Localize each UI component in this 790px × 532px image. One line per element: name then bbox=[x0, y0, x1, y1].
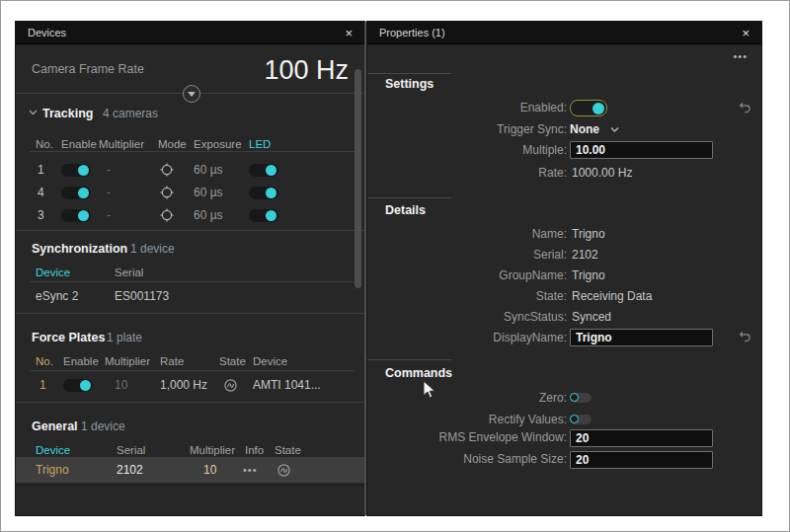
tracking-row[interactable]: 1 - 60 µs bbox=[16, 161, 364, 179]
cell-device: eSync 2 bbox=[36, 287, 78, 305]
multiple-label: Multiple: bbox=[522, 141, 567, 159]
rms-envelope-label: RMS Envelope Window: bbox=[439, 428, 567, 446]
detail-row: Serial: 2102 bbox=[367, 246, 761, 264]
tracking-section-header[interactable]: Tracking 4 cameras bbox=[16, 105, 364, 122]
enable-toggle[interactable] bbox=[61, 187, 91, 199]
noise-sample-label: Noise Sample Size: bbox=[463, 450, 567, 468]
noise-sample-input[interactable] bbox=[570, 451, 713, 469]
chevron-down-icon bbox=[188, 92, 196, 97]
synchronization-count: 1 device bbox=[130, 240, 175, 258]
tracking-count: 4 cameras bbox=[103, 105, 158, 122]
info-menu-icon[interactable]: ••• bbox=[243, 461, 258, 479]
detail-value: Trigno bbox=[572, 225, 605, 243]
col-state: State bbox=[219, 352, 246, 370]
enable-toggle[interactable] bbox=[61, 164, 91, 177]
enabled-label: Enabled: bbox=[520, 99, 567, 116]
detail-row: State: Receiving Data bbox=[367, 287, 761, 305]
tracking-row[interactable]: 4 - 60 µs bbox=[16, 184, 364, 201]
properties-close-icon[interactable]: × bbox=[742, 27, 750, 39]
sync-table-header: Device Serial bbox=[16, 264, 364, 281]
chevron-down-icon[interactable] bbox=[610, 126, 619, 133]
mode-crosshair-icon[interactable] bbox=[160, 186, 174, 199]
detail-value: Synced bbox=[572, 308, 611, 326]
cell-no: 4 bbox=[38, 184, 44, 201]
camera-frame-rate-value[interactable]: 100 Hz bbox=[264, 55, 349, 86]
divider bbox=[30, 370, 355, 371]
rms-envelope-input[interactable] bbox=[570, 429, 713, 447]
enable-toggle[interactable] bbox=[61, 209, 91, 222]
camera-frame-rate-label: Camera Frame Rate bbox=[32, 60, 144, 78]
force-plate-row[interactable]: 1 10 1,000 Hz AMTI 1041... bbox=[16, 376, 364, 394]
rate-value: 1000.00 Hz bbox=[572, 164, 632, 182]
mode-crosshair-icon[interactable] bbox=[160, 208, 174, 222]
state-wave-icon[interactable] bbox=[276, 463, 291, 478]
general-count: 1 device bbox=[81, 418, 125, 435]
rate-label: Rate: bbox=[538, 164, 567, 182]
zero-toggle[interactable] bbox=[570, 393, 592, 403]
enabled-toggle[interactable] bbox=[570, 100, 607, 116]
general-title: General bbox=[32, 418, 78, 435]
expand-frame-rate-button[interactable] bbox=[183, 85, 200, 103]
rectify-values-label: Rectify Values: bbox=[489, 411, 567, 428]
trigger-sync-label: Trigger Sync: bbox=[497, 120, 567, 138]
force-plates-section-header[interactable]: Force Plates 1 plate bbox=[16, 329, 364, 346]
led-toggle[interactable] bbox=[249, 187, 278, 199]
detail-label: GroupName: bbox=[499, 266, 567, 284]
overflow-menu-icon[interactable]: ••• bbox=[733, 47, 748, 65]
detail-value: 2102 bbox=[572, 246, 598, 264]
reset-icon[interactable] bbox=[739, 331, 751, 343]
display-name-row: DisplayName: bbox=[367, 329, 761, 346]
synchronization-section-header[interactable]: Synchronization 1 device bbox=[16, 240, 364, 258]
divider bbox=[16, 313, 364, 314]
rms-envelope-row: RMS Envelope Window: bbox=[367, 428, 761, 446]
detail-label: Name: bbox=[532, 225, 567, 243]
tracking-title: Tracking bbox=[42, 105, 93, 122]
general-section-header[interactable]: General 1 device bbox=[16, 418, 364, 435]
reset-icon[interactable] bbox=[739, 102, 751, 114]
mode-crosshair-icon[interactable] bbox=[160, 163, 174, 177]
cell-device: Trigno bbox=[36, 461, 69, 479]
properties-titlebar: Properties (1) × bbox=[367, 22, 761, 44]
col-serial: Serial bbox=[115, 264, 143, 281]
rectify-values-toggle[interactable] bbox=[570, 415, 592, 424]
settings-title: Settings bbox=[385, 75, 434, 93]
devices-scrollbar-thumb[interactable] bbox=[355, 69, 361, 288]
devices-close-icon[interactable]: × bbox=[345, 27, 353, 39]
enabled-row: Enabled: bbox=[367, 99, 761, 116]
detail-label: Serial: bbox=[533, 246, 567, 264]
force-plates-count: 1 plate bbox=[107, 329, 142, 346]
detail-label: State: bbox=[536, 287, 567, 305]
enable-toggle[interactable] bbox=[63, 379, 93, 392]
display-name-input[interactable] bbox=[570, 329, 713, 346]
trigger-sync-dropdown[interactable]: None bbox=[570, 120, 599, 138]
detail-row: SyncStatus: Synced bbox=[367, 308, 761, 326]
devices-panel-title: Devices bbox=[28, 27, 66, 38]
devices-titlebar: Devices × bbox=[16, 22, 364, 44]
cell-exposure: 60 µs bbox=[194, 184, 223, 201]
general-row-content: Trigno 2102 10 ••• bbox=[16, 461, 364, 479]
cell-multiplier: 10 bbox=[203, 461, 216, 479]
led-toggle[interactable] bbox=[249, 164, 278, 177]
synchronization-title: Synchronization bbox=[32, 240, 127, 258]
collapse-chevron-icon[interactable] bbox=[29, 108, 38, 116]
multiple-input[interactable] bbox=[570, 141, 713, 159]
noise-sample-row: Noise Sample Size: bbox=[367, 450, 761, 468]
led-toggle[interactable] bbox=[249, 209, 278, 222]
col-multiplier: Multiplier bbox=[105, 352, 150, 370]
section-divider bbox=[367, 359, 451, 360]
cell-multiplier: - bbox=[107, 184, 111, 201]
cell-exposure: 60 µs bbox=[194, 161, 223, 179]
divider bbox=[30, 281, 355, 282]
col-enable: Enable bbox=[63, 352, 99, 370]
sync-row[interactable]: eSync 2 ES001173 bbox=[16, 287, 364, 305]
tracking-row[interactable]: 3 - 60 µs bbox=[16, 206, 364, 224]
cell-serial: ES001173 bbox=[115, 287, 169, 305]
divider bbox=[30, 151, 355, 152]
cell-rate: 1,000 Hz bbox=[160, 376, 207, 394]
detail-value: Receiving Data bbox=[572, 287, 652, 305]
state-wave-icon[interactable] bbox=[223, 378, 238, 393]
force-plates-table-header: No. Enable Multiplier Rate State Device bbox=[16, 352, 364, 370]
commands-title: Commands bbox=[385, 364, 452, 382]
detail-label: SyncStatus: bbox=[504, 308, 567, 326]
general-row-selected[interactable]: Trigno 2102 10 ••• bbox=[16, 458, 364, 483]
